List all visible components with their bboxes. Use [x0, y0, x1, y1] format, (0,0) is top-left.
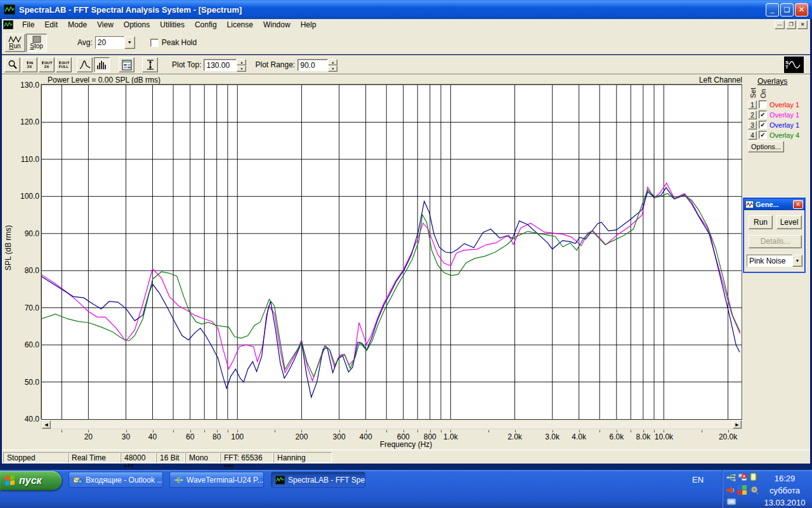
- avg-dropdown-icon[interactable]: ▼: [124, 36, 135, 49]
- overlay-on-checkbox-1[interactable]: [759, 100, 767, 109]
- overlay-on-checkbox-3[interactable]: ✔: [759, 121, 767, 129]
- generator-level-button[interactable]: Level: [776, 215, 802, 229]
- x-tick-mark: [599, 430, 600, 432]
- stop-button[interactable]: Stop: [26, 34, 47, 52]
- zoom-out-full-icon: ⬆OUTFULL: [58, 61, 70, 69]
- status-panel-3: 16 Bit: [156, 452, 185, 463]
- status-panel-0: Stopped: [3, 452, 68, 463]
- plot-range-spinner[interactable]: ▲ ▼: [328, 59, 337, 71]
- x-tick-mark: [275, 430, 275, 432]
- menu-item-options[interactable]: Options: [119, 19, 155, 30]
- spin-down-icon[interactable]: ▼: [237, 65, 246, 72]
- tray-clock[interactable]: 16:29 суббота 13.03.2010: [759, 472, 810, 508]
- start-button[interactable]: пуск: [0, 471, 62, 490]
- clock-date: 13.03.2010: [759, 497, 810, 508]
- display-options-button[interactable]: [119, 57, 134, 72]
- plot-horizontal-scrollbar[interactable]: ◀ ▶: [41, 420, 742, 429]
- menu-item-help[interactable]: Help: [296, 19, 322, 30]
- x-tick-mark: [702, 430, 702, 432]
- menu-bar: FileEditModeViewOptionsUtilitiesConfigLi…: [2, 19, 810, 31]
- peak-curve-view-button[interactable]: [77, 57, 93, 72]
- restore-button[interactable]: ❏: [780, 3, 794, 17]
- generator-run-button[interactable]: Run: [749, 215, 773, 229]
- toolbar-plot: ⬆IN2X ⬆OUT2X ⬆OUTFULL: [2, 55, 810, 74]
- x-tick-label: 30: [112, 432, 140, 441]
- mdi-minimize-button[interactable]: —: [775, 20, 785, 29]
- plot-top-spinner[interactable]: ▲ ▼: [237, 59, 246, 71]
- menu-item-view[interactable]: View: [92, 19, 119, 30]
- plot-range-label: Plot Range:: [255, 60, 295, 69]
- spin-down-icon[interactable]: ▼: [328, 65, 337, 72]
- overlay-set-button-4[interactable]: 4: [748, 131, 757, 140]
- overlay-on-checkbox-4[interactable]: ✔: [759, 131, 767, 139]
- plot-top-input[interactable]: 130.00: [204, 59, 237, 71]
- overlay-set-button-1[interactable]: 1: [748, 100, 757, 109]
- x-tick-label: 6.0k: [603, 432, 631, 441]
- clock-time: 16:29: [759, 472, 810, 485]
- generator-dropdown-icon[interactable]: ▼: [792, 255, 802, 267]
- program-colors-tray-icon[interactable]: [737, 485, 747, 495]
- task-button-2[interactable]: SpectraLAB - FFT Spe...: [271, 472, 365, 488]
- overlay-on-checkbox-2[interactable]: ✔: [759, 110, 767, 119]
- scroll-right-icon[interactable]: ▶: [733, 420, 742, 429]
- zoom-out-2x-icon: ⬆OUT2X: [41, 61, 53, 69]
- zoom-out-full-button[interactable]: ⬆OUTFULL: [56, 57, 72, 72]
- y-tick-label: 90.0: [13, 229, 39, 238]
- volume-tray-icon[interactable]: [725, 485, 735, 495]
- generator-title-bar[interactable]: Gene... ✕: [744, 199, 804, 210]
- zoom-out-2x-button[interactable]: ⬆OUT2X: [39, 57, 55, 72]
- x-tick-label: 20.0k: [714, 432, 742, 441]
- menu-item-window[interactable]: Window: [258, 19, 296, 30]
- keyboard-tray-icon[interactable]: [726, 497, 737, 507]
- spectrum-document-icon: [3, 20, 13, 29]
- signal-generator-icon[interactable]: ST: [784, 57, 804, 73]
- menu-item-license[interactable]: License: [222, 19, 258, 30]
- x-tick-mark: [173, 430, 174, 432]
- peak-hold-checkbox[interactable]: [150, 39, 159, 47]
- language-indicator[interactable]: EN: [686, 475, 709, 485]
- menu-item-utilities[interactable]: Utilities: [155, 19, 190, 30]
- close-button[interactable]: ✕: [795, 3, 808, 17]
- run-button[interactable]: Run: [4, 34, 25, 52]
- usb-tray-icon[interactable]: [726, 472, 737, 483]
- task-button-1[interactable]: WaveTerminal-U24 P...: [169, 472, 264, 488]
- minimize-button[interactable]: _: [766, 3, 779, 17]
- zoom-tool-button[interactable]: [4, 57, 20, 72]
- clock-day: суббота: [759, 485, 810, 497]
- x-tick-label: 4.0k: [565, 432, 593, 441]
- mute-tray-icon[interactable]: [749, 485, 759, 495]
- generator-details-button[interactable]: Details...: [749, 235, 802, 248]
- scroll-left-icon[interactable]: ◀: [42, 420, 51, 429]
- menu-item-file[interactable]: File: [17, 19, 39, 30]
- avg-combobox[interactable]: 20 ▼: [95, 36, 135, 49]
- spectrum-bars-view-button[interactable]: [94, 57, 110, 72]
- overlay-options-button[interactable]: Options...: [748, 141, 784, 152]
- spin-up-icon[interactable]: ▲: [237, 59, 246, 65]
- y-tick-label: 100.0: [13, 192, 39, 201]
- overlay-set-button-3[interactable]: 3: [748, 121, 757, 130]
- menu-item-mode[interactable]: Mode: [63, 19, 92, 30]
- overlay-set-button-2[interactable]: 2: [748, 110, 757, 119]
- screen: SpectraLAB - FFT Spectral Analysis Syste…: [0, 0, 812, 508]
- plot-range-input[interactable]: 90.0: [298, 59, 328, 71]
- overlays-title: Overlays: [757, 77, 787, 86]
- mdi-close-button[interactable]: ✕: [797, 20, 808, 29]
- y-tick-label: 50.0: [13, 378, 39, 387]
- task-button-0[interactable]: Входящие - Outlook ...: [69, 472, 163, 488]
- mdi-restore-button[interactable]: ❐: [786, 20, 796, 29]
- amplitude-scale-button[interactable]: [142, 57, 158, 72]
- menu-item-edit[interactable]: Edit: [39, 19, 63, 30]
- spin-up-icon[interactable]: ▲: [328, 59, 337, 65]
- overlay-label-2: Overlay 1: [769, 111, 799, 119]
- y-tick-label: 130.0: [13, 81, 39, 90]
- generator-signal-combobox[interactable]: Pink Noise ▼: [747, 255, 802, 267]
- generator-close-icon[interactable]: ✕: [793, 200, 803, 209]
- power-tray-icon[interactable]: [749, 472, 759, 482]
- menu-item-config[interactable]: Config: [190, 19, 222, 30]
- network-error-tray-icon[interactable]: [738, 472, 748, 483]
- x-tick-label: 40: [139, 432, 167, 441]
- x-tick-label: 60: [176, 432, 204, 441]
- zoom-in-2x-button[interactable]: ⬆IN2X: [22, 57, 37, 72]
- spectrum-plot[interactable]: [41, 84, 742, 420]
- status-bar: StoppedReal Time48000 Hz16 BitMonoFFT: 6…: [2, 450, 810, 464]
